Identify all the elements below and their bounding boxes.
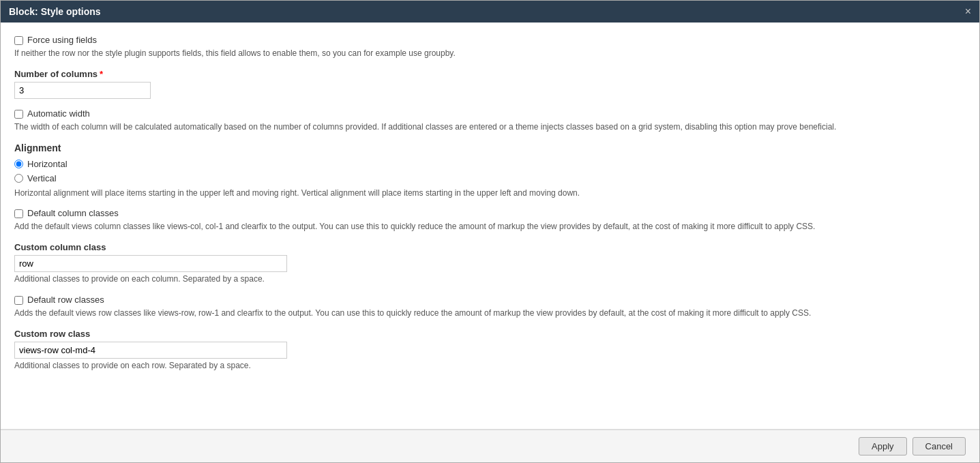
- alignment-vertical-radio[interactable]: [14, 174, 23, 183]
- num-columns-label: Number of columns*: [14, 69, 966, 79]
- num-columns-input[interactable]: [14, 82, 151, 99]
- force-fields-row: Force using fields: [14, 35, 966, 45]
- custom-row-class-input[interactable]: [14, 342, 287, 359]
- dialog-title: Block: Style options: [9, 6, 101, 17]
- alignment-section: Alignment Horizontal Vertical Horizontal…: [14, 143, 966, 199]
- dialog-header: Block: Style options ×: [1, 1, 979, 23]
- automatic-width-section: Automatic width The width of each column…: [14, 108, 966, 133]
- default-col-classes-help: Add the default views column classes lik…: [14, 221, 966, 233]
- custom-col-class-help: Additional classes to provide on each co…: [14, 273, 966, 285]
- custom-col-class-section: Custom column class Additional classes t…: [14, 242, 966, 285]
- force-fields-label: Force using fields: [27, 35, 97, 45]
- dialog: Block: Style options × Force using field…: [0, 0, 980, 463]
- automatic-width-row: Automatic width: [14, 108, 966, 119]
- alignment-horizontal-label: Horizontal: [27, 159, 68, 169]
- custom-col-class-input[interactable]: [14, 255, 287, 272]
- alignment-horizontal-row: Horizontal: [14, 159, 966, 169]
- automatic-width-help: The width of each column will be calcula…: [14, 121, 966, 133]
- num-columns-section: Number of columns*: [14, 69, 966, 99]
- apply-button[interactable]: Apply: [859, 437, 907, 455]
- default-col-classes-label: Default column classes: [27, 208, 119, 218]
- default-col-classes-section: Default column classes Add the default v…: [14, 208, 966, 233]
- cancel-button[interactable]: Cancel: [912, 437, 966, 455]
- required-star: *: [100, 69, 103, 79]
- default-row-classes-row: Default row classes: [14, 295, 966, 305]
- automatic-width-checkbox[interactable]: [14, 110, 23, 119]
- default-row-classes-label: Default row classes: [27, 295, 104, 305]
- dialog-footer: Apply Cancel: [1, 430, 979, 462]
- default-col-classes-checkbox[interactable]: [14, 209, 23, 218]
- alignment-heading: Alignment: [14, 143, 966, 153]
- custom-col-class-label: Custom column class: [14, 242, 966, 252]
- force-fields-help: If neither the row nor the style plugin …: [14, 48, 966, 59]
- alignment-help: Horizontal alignment will place items st…: [14, 188, 966, 199]
- dialog-body: Force using fields If neither the row no…: [1, 23, 979, 429]
- custom-row-class-section: Custom row class Additional classes to p…: [14, 329, 966, 372]
- alignment-horizontal-radio[interactable]: [14, 160, 23, 168]
- alignment-vertical-label: Vertical: [27, 173, 57, 183]
- default-row-classes-section: Default row classes Adds the default vie…: [14, 295, 966, 319]
- close-button[interactable]: ×: [965, 6, 971, 17]
- custom-row-class-label: Custom row class: [14, 329, 966, 339]
- alignment-vertical-row: Vertical: [14, 173, 966, 183]
- default-col-classes-row: Default column classes: [14, 208, 966, 218]
- default-row-classes-checkbox[interactable]: [14, 296, 23, 305]
- custom-row-class-help: Additional classes to provide on each ro…: [14, 360, 966, 372]
- force-fields-checkbox[interactable]: [14, 36, 23, 45]
- automatic-width-label: Automatic width: [27, 108, 90, 119]
- force-fields-section: Force using fields If neither the row no…: [14, 35, 966, 59]
- default-row-classes-help: Adds the default views row classes like …: [14, 308, 966, 319]
